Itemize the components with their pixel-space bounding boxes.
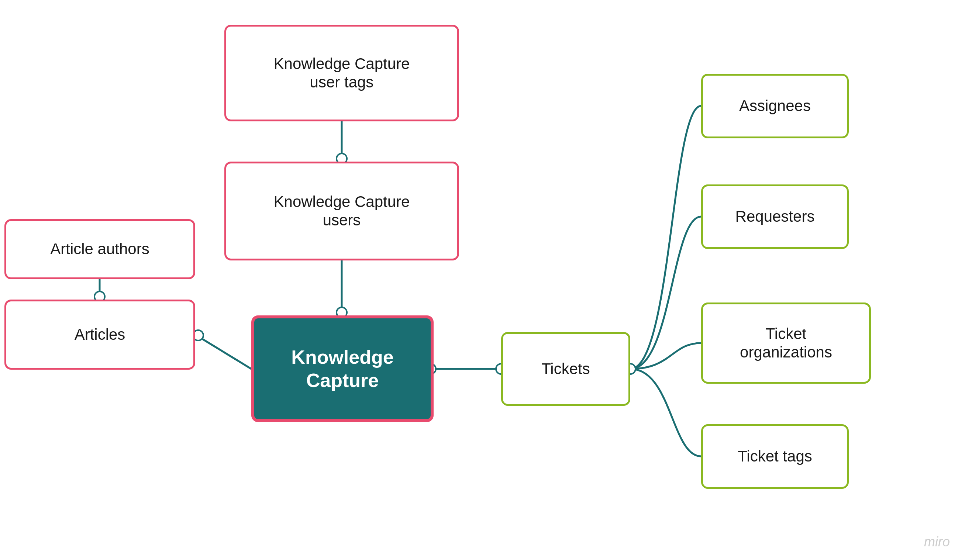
- ticket-organizations-label: Ticket organizations: [740, 325, 832, 362]
- requesters-label: Requesters: [735, 207, 815, 226]
- ticket-organizations-node: Ticket organizations: [701, 303, 871, 384]
- tickets-label: Tickets: [541, 360, 590, 378]
- assignees-label: Assignees: [739, 97, 811, 115]
- knowledge-capture-user-tags-node: Knowledge Capture user tags: [224, 25, 459, 122]
- svg-line-8: [195, 335, 251, 369]
- assignees-node: Assignees: [701, 74, 849, 138]
- articles-label: Articles: [75, 325, 125, 344]
- article-authors-node: Article authors: [5, 219, 195, 279]
- articles-node: Articles: [5, 300, 195, 370]
- ticket-tags-node: Ticket tags: [701, 424, 849, 489]
- tickets-node: Tickets: [501, 332, 630, 406]
- miro-watermark: miro: [924, 534, 950, 550]
- knowledge-capture-users-label: Knowledge Capture users: [274, 193, 410, 230]
- knowledge-capture-user-tags-label: Knowledge Capture user tags: [274, 55, 410, 92]
- article-authors-label: Article authors: [50, 240, 149, 258]
- knowledge-capture-users-node: Knowledge Capture users: [224, 162, 459, 260]
- knowledge-capture-center-node: Knowledge Capture: [251, 315, 433, 422]
- ticket-tags-label: Ticket tags: [738, 447, 812, 465]
- requesters-node: Requesters: [701, 185, 849, 249]
- knowledge-capture-center-label: Knowledge Capture: [291, 346, 393, 392]
